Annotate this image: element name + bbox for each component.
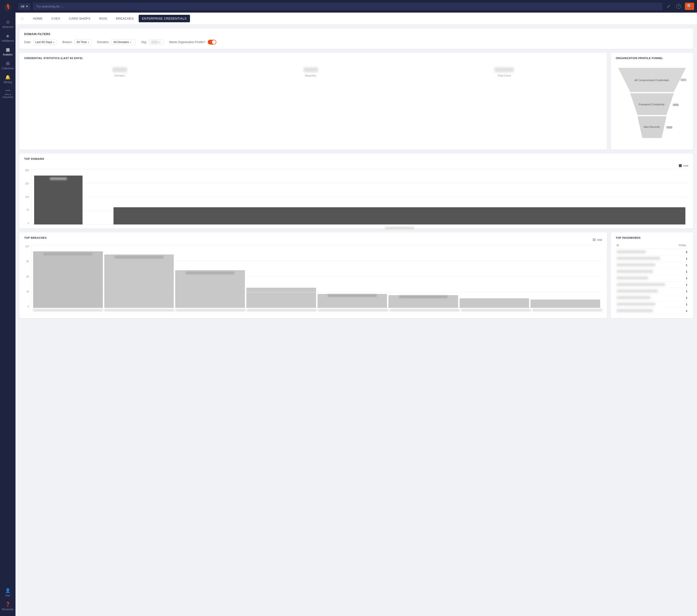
blurred-password bbox=[617, 257, 660, 260]
password-total: 1 bbox=[676, 295, 688, 301]
row-2: TOP BREACHES total 120 90 60 30 0 bbox=[19, 233, 693, 318]
navbar: ☆ HOME CVES CARD SHOPS RIOS BREACHES ENT… bbox=[15, 13, 697, 25]
domains-filter-value: All Domains bbox=[113, 41, 129, 44]
blur-label bbox=[115, 256, 163, 258]
y-0: 0 bbox=[28, 305, 29, 308]
col-total-header: TOTAL bbox=[676, 243, 688, 249]
password-id bbox=[616, 295, 676, 301]
sidebar-item-intelligence[interactable]: ◈ Intelligence bbox=[0, 31, 15, 45]
org-filter-value bbox=[151, 41, 158, 44]
top-domains-legend: total bbox=[24, 164, 688, 167]
x-label bbox=[104, 309, 174, 311]
blur-label bbox=[399, 296, 447, 298]
sidebar-item-label: Collections bbox=[2, 67, 14, 70]
nav-cves[interactable]: CVES bbox=[47, 13, 64, 24]
meets-org-toggle[interactable] bbox=[208, 40, 216, 45]
bar-2-label bbox=[385, 227, 414, 229]
table-row: 1 bbox=[616, 275, 688, 282]
svg-text:Password Complexity:: Password Complexity: bbox=[639, 103, 665, 106]
bar-1-top-label bbox=[50, 177, 67, 180]
blur-label bbox=[328, 294, 376, 297]
top-domains-chart-wrapper: 300 225 150 75 0 bbox=[24, 169, 688, 225]
blurred-password bbox=[617, 263, 655, 266]
password-total: 1 bbox=[676, 268, 688, 275]
sidebar-item-collections[interactable]: ⊞ Collections bbox=[0, 58, 15, 72]
top-breaches-header: TOP BREACHES total bbox=[24, 236, 602, 243]
table-row: 1 bbox=[616, 262, 688, 268]
breach-bar-3 bbox=[175, 270, 245, 308]
sidebar-item-advanced[interactable]: ⊙ Advanced bbox=[0, 17, 15, 31]
col-id-header: ID bbox=[616, 243, 676, 249]
date-filter-select[interactable]: Last 60 Days ▾ bbox=[33, 39, 57, 45]
nav-home[interactable]: HOME bbox=[29, 13, 46, 24]
favorite-star-icon[interactable]: ☆ bbox=[20, 16, 24, 21]
search-icon: 🔍 bbox=[687, 4, 692, 9]
nav-rios[interactable]: RIOS bbox=[95, 13, 111, 24]
stats-row: Domains Breaches Total Count bbox=[24, 63, 602, 81]
top-passwords-card: TOP PASSWORDS ID TOTAL 2 1 bbox=[611, 233, 693, 318]
sidebar-item-alerting[interactable]: 🔔 Alerting bbox=[0, 72, 15, 86]
domains-filter-select[interactable]: All Domains ▾ bbox=[111, 39, 135, 45]
expand-icon: ⤢ bbox=[667, 4, 670, 9]
password-id bbox=[616, 288, 676, 295]
svg-text:All Compromised Credentials:: All Compromised Credentials: bbox=[634, 79, 670, 82]
breach-filter-select[interactable]: All Time ▾ bbox=[74, 39, 91, 45]
org-filter-select[interactable]: ▾ bbox=[149, 40, 163, 45]
search-button[interactable]: 🔍 bbox=[685, 3, 694, 10]
logo[interactable] bbox=[4, 3, 12, 13]
blurred-password bbox=[617, 283, 665, 286]
search-input[interactable] bbox=[33, 3, 663, 10]
user-icon: 👤 bbox=[5, 588, 11, 593]
sidebar-item-analytics[interactable]: ▦ Analytics bbox=[0, 45, 15, 58]
sidebar-item-label: APIs &Integrations bbox=[2, 93, 13, 99]
top-domains-title: TOP DOMAINS bbox=[24, 157, 688, 160]
search-type-dropdown[interactable]: All ▼ bbox=[18, 3, 30, 10]
x-axis-labels bbox=[33, 309, 602, 311]
sidebar-item-user[interactable]: 👤 User bbox=[0, 586, 15, 599]
blurred-password bbox=[617, 277, 648, 279]
org-funnel-title: ORGANIZATION PROFILE FUNNEL bbox=[616, 57, 688, 60]
y-0: 0 bbox=[28, 222, 29, 225]
blurred-password bbox=[617, 303, 655, 306]
password-id bbox=[616, 282, 676, 288]
x-label bbox=[461, 309, 531, 311]
dropdown-value: All bbox=[21, 4, 24, 8]
stat-breaches: Breaches bbox=[303, 67, 318, 77]
filter-row: Date: Last 60 Days ▾ Breach: All Time ▾ … bbox=[24, 39, 688, 45]
password-id bbox=[616, 308, 676, 314]
sidebar: ⊙ Advanced ◈ Intelligence ▦ Analytics ⊞ … bbox=[0, 0, 15, 616]
breach-filter-label: Breach: bbox=[62, 41, 72, 44]
sidebar-item-apis[interactable]: ⟺ APIs &Integrations bbox=[0, 86, 15, 101]
password-total: 1 bbox=[676, 262, 688, 268]
breach-filter-group: Breach: All Time ▾ bbox=[62, 39, 91, 45]
x-label bbox=[176, 309, 246, 311]
bar-1 bbox=[34, 176, 83, 224]
nav-card-shops[interactable]: CARD SHOPS bbox=[65, 13, 94, 24]
breach-bars bbox=[31, 245, 602, 308]
top-breaches-legend: total bbox=[593, 238, 602, 241]
date-filter-value: Last 60 Days bbox=[35, 41, 52, 44]
table-row: 1 bbox=[616, 255, 688, 262]
nav-enterprise-credentials[interactable]: ENTERPRISE CREDENTIALS bbox=[139, 15, 190, 22]
help-button[interactable]: ? bbox=[674, 3, 683, 10]
legend-label: total bbox=[597, 238, 602, 241]
x-label bbox=[318, 309, 388, 311]
passwords-table: ID TOTAL 2 1 1 1 1 bbox=[616, 243, 688, 314]
table-row: 1 bbox=[616, 295, 688, 301]
breach-bar-5 bbox=[317, 294, 387, 308]
svg-rect-6 bbox=[673, 104, 679, 106]
expand-button[interactable]: ⤢ bbox=[665, 3, 672, 10]
chevron-down-icon: ▾ bbox=[159, 41, 161, 44]
meets-org-label: Meets Organization Profile?: bbox=[169, 41, 206, 44]
password-id bbox=[616, 255, 676, 262]
collections-icon: ⊞ bbox=[6, 61, 10, 66]
table-row: 1 bbox=[616, 288, 688, 295]
credential-stats-title: CREDENTIAL STATISTICS (LAST 60 DAYS) bbox=[24, 57, 602, 60]
stat-total-value bbox=[494, 67, 514, 72]
org-funnel-card: ORGANIZATION PROFILE FUNNEL All Compromi… bbox=[611, 53, 693, 150]
password-id bbox=[616, 275, 676, 282]
nav-breaches[interactable]: BREACHES bbox=[112, 13, 138, 24]
sidebar-item-resources[interactable]: ❓ Resources bbox=[0, 599, 15, 613]
chevron-down-icon: ▾ bbox=[53, 41, 55, 44]
password-total: 1 bbox=[676, 255, 688, 262]
